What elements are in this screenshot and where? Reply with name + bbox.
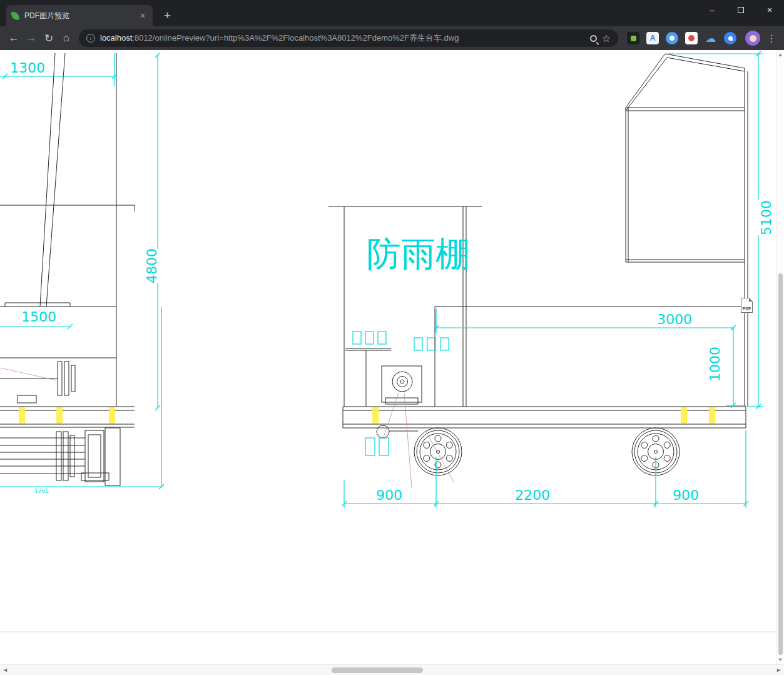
extension-icon-6[interactable] xyxy=(724,32,736,44)
minimize-button[interactable]: – xyxy=(698,0,726,20)
pdf-download-button[interactable]: PDF xyxy=(741,298,756,315)
new-tab-button[interactable]: + xyxy=(164,9,171,21)
page-info-icon[interactable]: i xyxy=(86,34,95,43)
cloud-extension-icon[interactable]: ☁ xyxy=(705,32,717,44)
zoom-indicator-icon[interactable] xyxy=(590,35,597,42)
pdf-label: PDF xyxy=(743,307,751,312)
extension-icon-4[interactable] xyxy=(685,32,698,44)
preview-content: 1300 4800 1500 1765 防雨棚 xyxy=(0,50,776,664)
horizontal-scrollbar-thumb[interactable] xyxy=(332,667,423,673)
bookmark-star-icon[interactable]: ☆ xyxy=(602,33,611,44)
extension-icon-4-glyph xyxy=(688,35,695,41)
tab-title: PDF图片预览 xyxy=(24,11,133,21)
tab-favicon-leaf-icon xyxy=(11,12,19,20)
dim-3000: 3000 xyxy=(657,312,692,327)
browser-window: PDF图片预览 × + – × ← → ↻ ⌂ i localhost:8012… xyxy=(0,0,784,675)
browser-tab[interactable]: PDF图片预览 × xyxy=(6,5,153,26)
dim-4800: 4800 xyxy=(144,248,160,283)
scroll-down-icon[interactable]: ▼ xyxy=(776,657,784,662)
scroll-right-icon[interactable]: ► xyxy=(776,667,781,673)
tab-close-icon[interactable]: × xyxy=(138,11,148,21)
dim-1765: 1765 xyxy=(34,488,49,494)
dim-1000: 1000 xyxy=(707,347,723,382)
address-bar[interactable]: i localhost:8012/onlinePreview?url=http%… xyxy=(79,29,618,47)
title-bar: PDF图片预览 × + – × xyxy=(0,0,784,26)
url-path: :8012/onlinePreview?url=http%3A%2F%2Floc… xyxy=(132,33,459,43)
side-view-dimensions: 防雨棚 5100 xyxy=(342,51,774,508)
dim-1300: 1300 xyxy=(10,60,45,76)
reload-icon[interactable]: ↻ xyxy=(40,29,58,47)
cad-drawing: 1300 4800 1500 1765 防雨棚 xyxy=(0,50,776,664)
home-icon[interactable]: ⌂ xyxy=(58,29,75,47)
extension-icon-3-glyph xyxy=(669,36,675,41)
back-icon[interactable]: ← xyxy=(5,29,23,47)
vertical-scrollbar-thumb[interactable] xyxy=(778,273,783,655)
extension-icon-6-glyph xyxy=(728,36,733,41)
dim-5100: 5100 xyxy=(758,200,774,235)
left-wheel xyxy=(414,428,462,475)
profile-avatar[interactable] xyxy=(745,31,760,46)
forward-icon[interactable]: → xyxy=(23,29,40,47)
dim-900-right: 900 xyxy=(673,487,699,503)
horizontal-scrollbar[interactable]: ◄ ► xyxy=(0,664,784,675)
window-controls: – × xyxy=(698,0,784,20)
extensions-row: A ☁ xyxy=(627,32,736,44)
vertical-scrollbar[interactable]: ▲ ▼ xyxy=(776,50,784,664)
browser-toolbar: ← → ↻ ⌂ i localhost:8012/onlinePreview?u… xyxy=(0,26,784,50)
maximize-button[interactable] xyxy=(726,0,755,20)
maximize-icon xyxy=(738,7,744,13)
browser-menu-icon[interactable]: ⋮ xyxy=(764,33,779,44)
dim-2200: 2200 xyxy=(515,487,550,503)
left-view-dimensions: 1300 4800 1500 1765 xyxy=(0,53,164,494)
shelter-label: 防雨棚 xyxy=(367,234,470,274)
scroll-up-icon[interactable]: ▲ xyxy=(776,52,784,58)
scroll-left-icon[interactable]: ◄ xyxy=(3,667,8,673)
extension-icon-1[interactable] xyxy=(627,32,639,44)
url-host: localhost xyxy=(100,33,132,43)
highlight-marks xyxy=(19,407,715,424)
url-text: localhost:8012/onlinePreview?url=http%3A… xyxy=(100,33,585,44)
extension-icon-1-glyph xyxy=(631,36,636,41)
pdf-file-icon: PDF xyxy=(741,298,753,313)
close-button[interactable]: × xyxy=(755,0,784,20)
extension-icon-3[interactable] xyxy=(666,32,678,44)
dim-1500: 1500 xyxy=(21,309,56,325)
avatar-face xyxy=(750,35,756,42)
translate-extension-icon[interactable]: A xyxy=(646,32,659,44)
dim-900-left: 900 xyxy=(376,487,402,503)
